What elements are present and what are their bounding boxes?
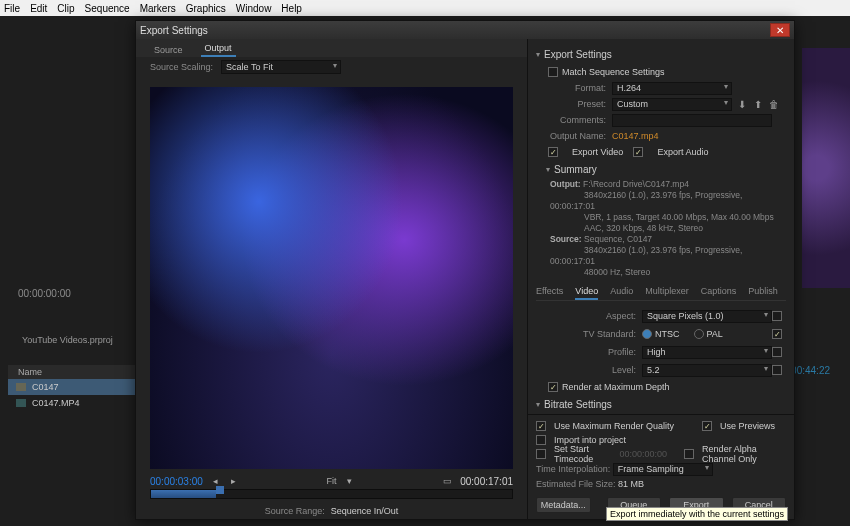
summary-block: Output: F:\Record Drive\C0147.mp4 3840x2…: [536, 179, 786, 278]
start-tc-checkbox[interactable]: [536, 449, 546, 459]
aspect-lock-icon[interactable]: ▭: [442, 476, 452, 486]
render-alpha-label: Render Alpha Channel Only: [702, 444, 786, 464]
preview-image: [150, 87, 513, 469]
export-audio-checkbox[interactable]: [633, 147, 643, 157]
render-max-depth-checkbox[interactable]: [548, 382, 558, 392]
level-link-checkbox[interactable]: [772, 365, 782, 375]
aspect-link-checkbox[interactable]: [772, 311, 782, 321]
export-audio-label: Export Audio: [657, 147, 708, 157]
menu-edit[interactable]: Edit: [30, 3, 47, 14]
match-sequence-label: Match Sequence Settings: [562, 67, 665, 77]
aspect-dropdown[interactable]: Square Pixels (1.0): [642, 310, 772, 323]
level-label: Level:: [536, 365, 636, 375]
tab-captions[interactable]: Captions: [701, 284, 737, 300]
preview-timeline[interactable]: 00:00:03:00 ◂ ▸ Fit ▾ ▭ 00:00:17:01: [150, 473, 513, 503]
timeline-range: [151, 490, 216, 498]
export-tooltip: Export immediately with the current sett…: [606, 507, 788, 521]
use-previews-checkbox[interactable]: [702, 421, 712, 431]
timecode-in[interactable]: 00:00:03:00: [150, 476, 203, 487]
render-max-depth-label: Render at Maximum Depth: [562, 382, 670, 392]
source-scaling-label: Source Scaling:: [150, 62, 213, 72]
tab-audio[interactable]: Audio: [610, 284, 633, 300]
save-preset-icon[interactable]: ⬇: [736, 98, 748, 110]
export-video-checkbox[interactable]: [548, 147, 558, 157]
match-sequence-checkbox[interactable]: [548, 67, 558, 77]
start-tc-value: 00:00:00:00: [620, 449, 668, 459]
tv-standard-label: TV Standard:: [536, 329, 636, 339]
step-back-icon[interactable]: ◂: [211, 476, 221, 486]
tab-video[interactable]: Video: [575, 284, 598, 300]
time-interp-label: Time Interpolation:: [536, 464, 610, 474]
source-range-dropdown[interactable]: Sequence In/Out: [331, 506, 399, 516]
dialog-title: Export Settings: [140, 25, 770, 36]
preset-dropdown[interactable]: Custom: [612, 98, 732, 111]
estimated-size-value: 81 MB: [618, 479, 644, 489]
max-quality-checkbox[interactable]: [536, 421, 546, 431]
menu-help[interactable]: Help: [281, 3, 302, 14]
source-range-label: Source Range:: [265, 506, 325, 516]
export-settings-dialog: Export Settings ✕ Source Output Source S…: [135, 20, 795, 520]
tab-publish[interactable]: Publish: [748, 284, 778, 300]
estimated-size-label: Estimated File Size:: [536, 479, 616, 489]
tab-output[interactable]: Output: [201, 41, 236, 57]
export-settings-header[interactable]: Export Settings: [536, 49, 786, 60]
profile-label: Profile:: [536, 347, 636, 357]
menu-window[interactable]: Window: [236, 3, 272, 14]
pal-label: PAL: [707, 329, 723, 339]
play-icon[interactable]: ▸: [229, 476, 239, 486]
menu-markers[interactable]: Markers: [140, 3, 176, 14]
tab-effects[interactable]: Effects: [536, 284, 563, 300]
use-previews-label: Use Previews: [720, 421, 775, 431]
preview-panel: Source Output Source Scaling: Scale To F…: [136, 39, 528, 519]
start-tc-label: Set Start Timecode: [554, 444, 612, 464]
menu-sequence[interactable]: Sequence: [85, 3, 130, 14]
project-item-label: C0147.MP4: [32, 398, 80, 408]
format-dropdown[interactable]: H.264: [612, 82, 732, 95]
tab-multiplexer[interactable]: Multiplexer: [645, 284, 689, 300]
menu-file[interactable]: File: [4, 3, 20, 14]
ntsc-radio[interactable]: [642, 329, 652, 339]
close-button[interactable]: ✕: [770, 23, 790, 37]
menu-clip[interactable]: Clip: [57, 3, 74, 14]
tv-link-checkbox[interactable]: [772, 329, 782, 339]
delete-preset-icon[interactable]: 🗑: [768, 98, 780, 110]
timecode-out: 00:00:17:01: [460, 476, 513, 487]
playhead[interactable]: [216, 486, 224, 494]
fit-dropdown[interactable]: Fit: [327, 476, 337, 486]
aspect-label: Aspect:: [536, 311, 636, 321]
time-interp-dropdown[interactable]: Frame Sampling: [613, 463, 713, 476]
export-video-label: Export Video: [572, 147, 623, 157]
import-project-checkbox[interactable]: [536, 435, 546, 445]
settings-panel: Export Settings Match Sequence Settings …: [528, 39, 794, 519]
summary-header[interactable]: Summary: [546, 164, 786, 175]
menu-graphics[interactable]: Graphics: [186, 3, 226, 14]
dialog-footer: Use Maximum Render Quality Use Previews …: [528, 414, 794, 519]
chevron-down-icon[interactable]: ▾: [345, 476, 355, 486]
bitrate-header[interactable]: Bitrate Settings: [536, 399, 786, 410]
source-scaling-dropdown[interactable]: Scale To Fit: [221, 60, 341, 74]
level-dropdown[interactable]: 5.2: [642, 364, 772, 377]
bg-program-monitor: [802, 48, 850, 288]
app-menu-bar[interactable]: File Edit Clip Sequence Markers Graphics…: [0, 0, 850, 16]
output-name-label: Output Name:: [536, 131, 606, 141]
comments-input[interactable]: [612, 114, 772, 127]
render-alpha-checkbox[interactable]: [684, 449, 694, 459]
source-output-tabs[interactable]: Source Output: [136, 39, 527, 57]
dialog-titlebar[interactable]: Export Settings ✕: [136, 21, 794, 39]
preset-label: Preset:: [536, 99, 606, 109]
profile-link-checkbox[interactable]: [772, 347, 782, 357]
max-quality-label: Use Maximum Render Quality: [554, 421, 674, 431]
project-item-label: C0147: [32, 382, 59, 392]
tab-source[interactable]: Source: [150, 43, 187, 57]
profile-dropdown[interactable]: High: [642, 346, 772, 359]
settings-tabs[interactable]: Effects Video Audio Multiplexer Captions…: [536, 284, 786, 301]
metadata-button[interactable]: Metadata...: [536, 497, 591, 513]
pal-radio[interactable]: [694, 329, 704, 339]
bg-timecode: 00:00:00:00: [18, 288, 71, 299]
video-preview[interactable]: [150, 87, 513, 469]
output-name-link[interactable]: C0147.mp4: [612, 131, 659, 141]
clip-icon: [16, 399, 26, 407]
timeline-track[interactable]: [150, 489, 513, 499]
import-preset-icon[interactable]: ⬆: [752, 98, 764, 110]
sequence-icon: [16, 383, 26, 391]
